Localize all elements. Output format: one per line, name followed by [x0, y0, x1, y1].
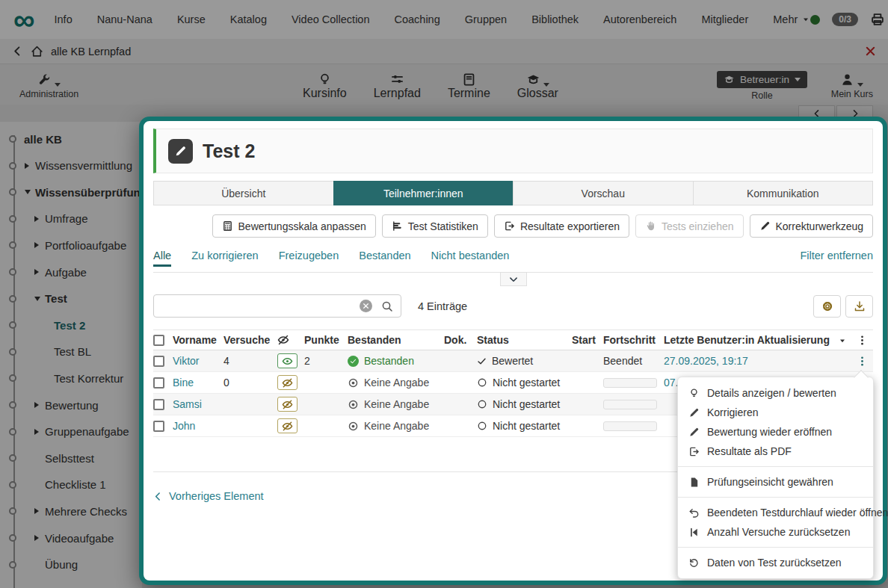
action-buttons: Bewertungsskala anpassenTest Statistiken…: [153, 214, 873, 238]
file-icon: [688, 477, 700, 488]
reset-icon: [688, 557, 700, 569]
context-menu-group: Daten von Test zurücksetzen: [678, 547, 873, 578]
passed-label: Keine Angabe: [364, 398, 429, 410]
progress-cell: [603, 400, 664, 409]
row-checkbox[interactable]: [153, 356, 164, 367]
expand-filters-button[interactable]: [500, 272, 527, 286]
caret-down-f-icon: [838, 336, 847, 345]
korrekturwerkzeug-button[interactable]: Korrekturwerkzeug: [750, 214, 874, 238]
chart-icon: [392, 220, 403, 232]
search-icon[interactable]: [381, 300, 393, 312]
resultate-exportieren-button[interactable]: Resultate exportieren: [494, 214, 629, 238]
col-fortschritt[interactable]: Fortschritt: [603, 334, 664, 346]
results-visible-eye-button[interactable]: [277, 353, 297, 368]
download-icon[interactable]: [845, 295, 873, 318]
filter-link[interactable]: Alle: [153, 250, 171, 261]
passed-cell: Bestanden: [348, 355, 444, 367]
filter-link[interactable]: Freizugeben: [279, 250, 339, 261]
gear-icon: [821, 300, 833, 312]
dot-circle-icon: [348, 399, 359, 410]
test-statistiken-button[interactable]: Test Statistiken: [382, 214, 488, 238]
select-all-checkbox[interactable]: [153, 335, 164, 346]
page-title: Test 2: [203, 140, 255, 162]
kebab-icon: [857, 335, 868, 346]
status-label: Nicht gestartet: [493, 377, 560, 389]
results-hidden-eye-slash-button[interactable]: [277, 375, 297, 390]
clear-search-icon[interactable]: [360, 300, 372, 312]
filter-link[interactable]: Bestanden: [359, 250, 410, 261]
table-menu-kebab-icon[interactable]: [857, 335, 873, 346]
col-versuche[interactable]: Versuche: [223, 334, 277, 346]
status-cell: Nicht gestartet: [477, 377, 572, 389]
row-menu-kebab-icon[interactable]: [857, 356, 873, 367]
menu-item-details-anzeigen-bewerten[interactable]: Details anzeigen / bewerten: [678, 383, 873, 403]
results-hidden-eye-slash-button[interactable]: [277, 418, 297, 433]
col-letzte-aktualisierung[interactable]: Letzte Benutzer:in Aktualisierung: [664, 334, 857, 346]
menu-item-resultate-als-pdf[interactable]: Resultate als PDF: [678, 442, 873, 461]
entries-count: 4 Einträge: [418, 300, 467, 312]
col-dok[interactable]: Dok.: [444, 334, 477, 346]
menu-item-label: Bewertung wieder eröffnen: [707, 426, 832, 438]
status-label: Bewertet: [492, 355, 533, 367]
row-checkbox[interactable]: [153, 399, 164, 410]
row-checkbox[interactable]: [153, 421, 164, 432]
menu-item-anzahl-versuche-zurücksetzen[interactable]: Anzahl Versuche zurücksetzen: [678, 522, 873, 542]
check-icon: [350, 358, 357, 365]
col-vorname[interactable]: Vorname: [173, 334, 223, 346]
status-cell: Nicht gestartet: [477, 420, 572, 432]
status-label: Nicht gestartet: [493, 398, 560, 410]
passed-label: Keine Angabe: [364, 377, 429, 389]
tests-einziehen-button[interactable]: Tests einziehen: [635, 214, 744, 238]
menu-item-label: Korrigieren: [707, 406, 758, 418]
menu-item-korrigieren[interactable]: Korrigieren: [678, 403, 873, 422]
gear-icon[interactable]: [813, 295, 841, 318]
filter-remove-link[interactable]: Filter entfernen: [800, 250, 873, 261]
row-checkbox[interactable]: [153, 377, 164, 389]
tab-teilnehmerinnen[interactable]: Teilnehmer:innen: [333, 181, 514, 205]
filter-link[interactable]: Zu korrigieren: [191, 250, 258, 261]
filter-link[interactable]: Nicht bestanden: [431, 250, 510, 261]
menu-item-label: Prüfungseinsicht gewähren: [707, 476, 833, 488]
chevron-left-icon: [153, 492, 163, 501]
col-punkte[interactable]: Punkte: [304, 334, 348, 346]
dot-circle-icon: [348, 377, 359, 389]
menu-item-prüfungseinsicht-gewähren[interactable]: Prüfungseinsicht gewähren: [678, 472, 873, 492]
tab-vorschau[interactable]: Vorschau: [513, 181, 694, 205]
passed-check-icon: [348, 356, 359, 367]
col-visibility[interactable]: [277, 334, 304, 346]
progress-label: Beendet: [603, 355, 642, 367]
menu-item-label: Resultate als PDF: [707, 445, 792, 457]
progress-cell: Beendet: [603, 355, 664, 367]
title-card: Test 2: [153, 129, 873, 173]
menu-item-bewertung-wieder-eröffnen[interactable]: Bewertung wieder eröffnen: [678, 422, 873, 442]
progress-bar: [603, 378, 657, 388]
progress-cell: [603, 378, 664, 388]
pen-icon: [759, 220, 771, 232]
export-icon: [688, 446, 700, 457]
search-icon: [381, 300, 393, 312]
col-bestanden[interactable]: Bestanden: [348, 334, 444, 346]
download-icon: [854, 300, 866, 312]
pen-icon: [174, 145, 187, 158]
updated-date-link[interactable]: 27.09.2025, 19:17: [664, 355, 857, 367]
col-status[interactable]: Status: [477, 334, 572, 346]
participant-name-link[interactable]: Bine: [173, 377, 223, 389]
undo-icon: [688, 507, 700, 519]
participant-name-link[interactable]: Viktor: [173, 355, 223, 367]
context-menu-group: Details anzeigen / bewertenKorrigierenBe…: [678, 378, 873, 466]
col-start[interactable]: Start: [572, 334, 603, 346]
search-input[interactable]: [154, 295, 360, 317]
previous-element-link[interactable]: Vorheriges Element: [153, 490, 264, 502]
menu-item-beendeten-testdurchlauf-wieder-öffnen[interactable]: Beendeten Testdurchlauf wieder öffnen: [678, 503, 873, 522]
participant-name-link[interactable]: John: [173, 420, 223, 432]
menu-item-daten-von-test-zurücksetzen[interactable]: Daten von Test zurücksetzen: [678, 553, 873, 572]
bewertungsskala-anpassen-button[interactable]: Bewertungsskala anpassen: [212, 214, 376, 238]
tab-kommunikation[interactable]: Kommunikation: [693, 181, 874, 205]
participant-name-link[interactable]: Samsi: [173, 398, 223, 410]
eye-slash-icon: [282, 377, 293, 389]
eye-icon: [282, 356, 293, 367]
tab-bar: ÜbersichtTeilnehmer:innenVorschauKommuni…: [153, 181, 873, 205]
results-hidden-eye-slash-button[interactable]: [277, 397, 297, 412]
table-tools: [813, 295, 873, 318]
tab-bersicht[interactable]: Übersicht: [153, 181, 334, 205]
